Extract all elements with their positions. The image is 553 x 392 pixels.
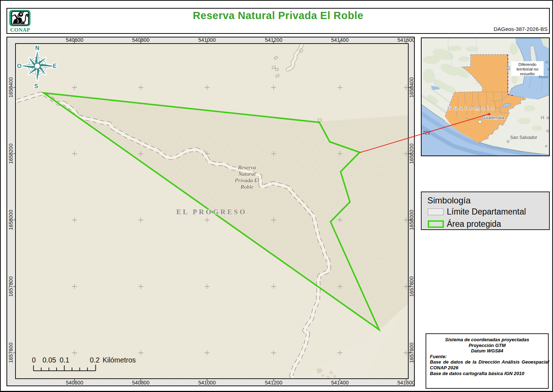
svg-text:0.05: 0.05: [42, 356, 56, 364]
svg-text:d: d: [548, 67, 549, 71]
svg-text:B: B: [506, 65, 511, 72]
svg-text:0: 0: [32, 356, 36, 364]
svg-text:resuelto: resuelto: [520, 72, 535, 76]
svg-text:Ho: Ho: [541, 115, 549, 120]
svg-text:721: 721: [422, 130, 430, 135]
svg-text:Privada El: Privada El: [234, 177, 259, 183]
svg-text:Hond: Hond: [538, 75, 548, 79]
svg-text:N: N: [35, 45, 40, 51]
svg-text:Roble: Roble: [240, 184, 253, 190]
svg-text:Reserva: Reserva: [238, 164, 256, 170]
svg-text:territorial no: territorial no: [517, 67, 539, 71]
svg-text:San Salvador: San Salvador: [510, 135, 537, 140]
svg-text:S: S: [34, 83, 38, 89]
svg-text:Kilómetros: Kilómetros: [103, 356, 136, 364]
svg-text:Natural: Natural: [238, 171, 256, 177]
svg-text:G: G: [545, 60, 548, 64]
svg-text:Guatemala: Guatemala: [448, 105, 497, 111]
svg-text:0.1: 0.1: [59, 356, 69, 364]
svg-text:E: E: [53, 63, 57, 69]
svg-text:Diferendo: Diferendo: [518, 62, 536, 67]
svg-text:Guatemala: Guatemala: [482, 115, 504, 120]
svg-text:0.2: 0.2: [90, 356, 99, 364]
svg-text:EL PROGRESO: EL PROGRESO: [176, 208, 247, 216]
svg-text:O: O: [17, 63, 21, 69]
svg-text:CONAP: CONAP: [10, 27, 30, 32]
